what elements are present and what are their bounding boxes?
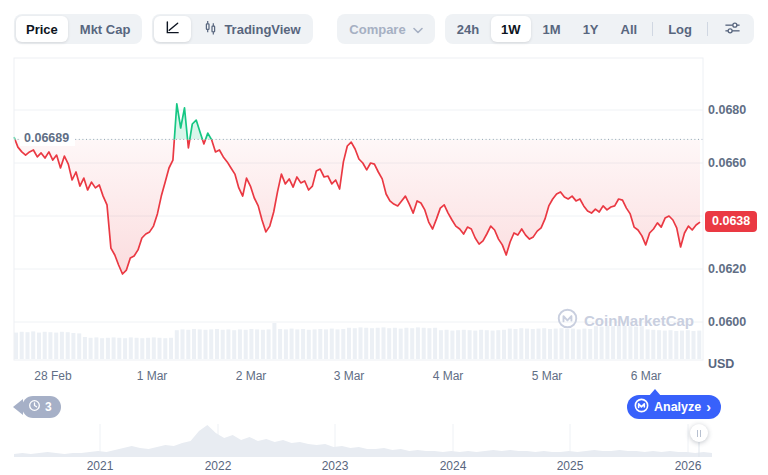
clock-icon [28,399,41,415]
x-axis-label: 2 Mar [236,369,267,383]
x-axis-label: 1 Mar [137,369,168,383]
x-axis-label: 3 Mar [334,369,365,383]
analyze-label: Analyze [654,400,701,414]
year-label: 2024 [440,459,467,473]
history-count: 3 [45,400,52,414]
watermark: CoinMarketCap [557,308,694,332]
unit-label: USD [708,357,734,371]
x-axis-label: 28 Feb [34,369,71,383]
chevron-right-icon: › [706,399,711,415]
coinmarketcap-logo-icon [557,308,578,332]
basis-price-label: 0.06689 [20,130,75,146]
area-below-basis [14,104,700,274]
x-axis-label: 4 Mar [433,369,464,383]
year-label: 2026 [675,459,702,473]
coinmarketcap-logo-icon [634,398,649,416]
y-axis-label: 0.0620 [708,262,746,276]
history-badge[interactable]: 3 [22,396,61,418]
x-axis-label: 5 Mar [532,369,563,383]
navigator-area [14,425,712,457]
price-chart[interactable] [0,0,768,412]
timeline-navigator[interactable] [0,424,768,458]
watermark-text: CoinMarketCap [584,312,694,329]
year-label: 2023 [322,459,349,473]
navigator-handle[interactable] [690,424,708,442]
y-axis-label: 0.0680 [708,103,746,117]
year-label: 2021 [87,459,114,473]
y-axis-label: 0.0660 [708,156,746,170]
x-axis-label: 6 Mar [631,369,662,383]
y-axis-label: 0.0600 [708,315,746,329]
current-price-badge: 0.0638 [705,211,757,232]
year-label: 2025 [557,459,584,473]
year-label: 2022 [205,459,232,473]
analyze-button[interactable]: Analyze › [627,395,721,419]
